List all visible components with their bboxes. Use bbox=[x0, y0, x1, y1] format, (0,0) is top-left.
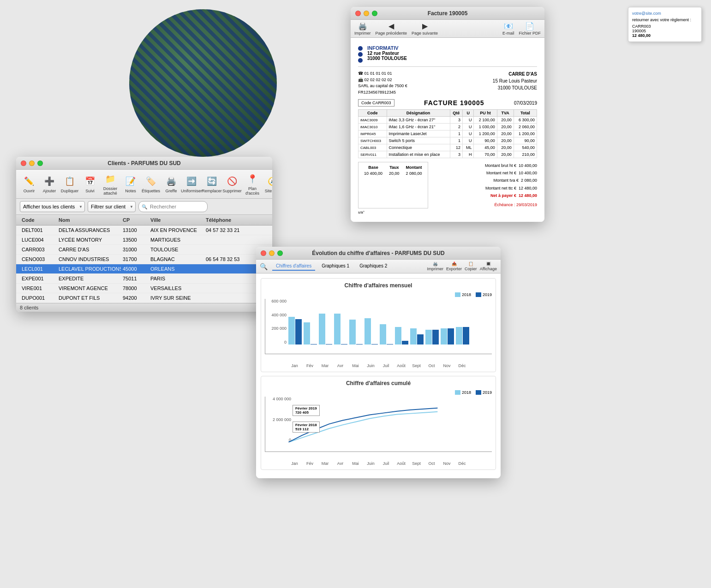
maximize-button[interactable] bbox=[37, 160, 43, 166]
cell-code: EXPE001 bbox=[20, 275, 57, 282]
inv-tool-prev[interactable]: ◀ Page précédente bbox=[376, 22, 407, 36]
bar-2019 bbox=[463, 327, 469, 344]
inv-code: CABL003 bbox=[358, 144, 387, 151]
toolbar-plan-acces[interactable]: 📍 Plan d'accès bbox=[244, 172, 261, 196]
chart-tool-copy[interactable]: 📋 Copier bbox=[465, 261, 477, 271]
bar-chart-panel: Chiffre d'affaires mensuel 2018 2019 0 2… bbox=[261, 278, 496, 372]
col-code[interactable]: Code bbox=[20, 216, 57, 224]
table-row[interactable]: EXPE001 EXPEDITE 75011 PARIS bbox=[16, 274, 272, 284]
toolbar-ajouter[interactable]: ➕ Ajouter bbox=[41, 175, 58, 193]
table-row[interactable]: CENO003 CNNOV INDUSTRIES 31700 BLAGNAC 0… bbox=[16, 255, 272, 264]
cell-ville: TOULOUSE bbox=[149, 246, 204, 253]
toolbar-dossier[interactable]: 📁 Dossier attaché bbox=[102, 172, 119, 196]
tab-chiffres[interactable]: Chiffres d'affaires bbox=[272, 262, 315, 271]
chart-tool-affichage[interactable]: 🔳 Affichage bbox=[480, 261, 497, 271]
tab-graphiques2[interactable]: Graphiques 2 bbox=[356, 262, 391, 271]
bar-2018 bbox=[425, 330, 432, 344]
inv-tool-email[interactable]: 📧 E-mail bbox=[502, 22, 514, 36]
x-label: Mar bbox=[318, 363, 332, 368]
display-filter-wrap: Afficher tous les clients bbox=[20, 201, 85, 212]
client-filter-wrap: Filtrer sur client bbox=[88, 201, 136, 212]
toolbar-greffe[interactable]: 🖨️ Greffe bbox=[163, 175, 179, 193]
chart-copy-icon: 📋 bbox=[468, 261, 473, 266]
table-row[interactable]: DUPO001 DUPONT ET FILS 94200 IVRY SUR SE… bbox=[16, 293, 272, 303]
toolbar-suivi[interactable]: 📅 Suivi bbox=[82, 175, 98, 193]
inv-pu-ht: 1 200,00 bbox=[474, 131, 497, 137]
toolbar-dupliquer[interactable]: 📋 Dupliquer bbox=[61, 175, 78, 193]
inv-designation: iMac 1,6 GHz - écran 21" bbox=[387, 124, 450, 131]
tab-graphiques1[interactable]: Graphiques 1 bbox=[318, 262, 353, 271]
search-input[interactable] bbox=[138, 201, 208, 212]
inv-unit: H bbox=[462, 151, 474, 158]
chart-tool-export[interactable]: 📤 Exporter bbox=[446, 261, 462, 271]
company-addr2: 31000 TOULOUSE bbox=[367, 56, 407, 61]
invoice-close-button[interactable] bbox=[355, 11, 361, 16]
customer-addr1: 15 Rue Louis Pasteur bbox=[493, 77, 537, 84]
table-row[interactable]: CARR003 CARRE D'AS 31000 TOULOUSE bbox=[16, 245, 272, 255]
display-filter[interactable]: Afficher tous les clients bbox=[20, 201, 85, 212]
inv-designation: Connectique bbox=[387, 144, 450, 151]
cell-nom: CARRE D'AS bbox=[57, 246, 121, 253]
toolbar-etiquettes[interactable]: 🏷️ Étiquettes bbox=[143, 175, 159, 193]
cell-nom: VIREMONT AGENCE bbox=[57, 285, 121, 292]
chart-print-icon: 🖨️ bbox=[433, 261, 438, 266]
cell-cp: 45000 bbox=[121, 265, 149, 273]
client-filter[interactable]: Filtrer sur client bbox=[88, 201, 136, 212]
chart-close-button[interactable] bbox=[261, 250, 266, 256]
chart-minimize-button[interactable] bbox=[269, 250, 275, 256]
line-chart-panel: Chiffre d'affaires cumulé 2018 2019 0 2 … bbox=[261, 376, 496, 470]
table-row[interactable]: DELT001 DELTA ASSURANCES 13100 AIX EN PR… bbox=[16, 226, 272, 235]
inv-tool-next[interactable]: ▶ Page suivante bbox=[412, 22, 438, 36]
status-bar: 8 clients bbox=[16, 303, 272, 312]
invoice-date: 07/03/2019 bbox=[514, 101, 537, 106]
col-nom[interactable]: Nom bbox=[57, 216, 121, 224]
bar-group bbox=[380, 324, 393, 344]
col-cp[interactable]: CP bbox=[121, 216, 149, 224]
invoice-window: Facture 190005 🖨️ Imprimer ◀ Page précéd… bbox=[351, 7, 544, 222]
invoice-titlebar: Facture 190005 bbox=[351, 7, 544, 20]
chart-tool-print[interactable]: 🖨️ Imprimer bbox=[427, 261, 444, 271]
bar-group bbox=[441, 328, 454, 344]
bar-2018 bbox=[410, 328, 417, 344]
inv-designation: Switch 5 ports bbox=[387, 137, 450, 144]
col-telephone[interactable]: Téléphone bbox=[204, 216, 269, 224]
search-icon: 🔍 bbox=[260, 263, 268, 270]
inv-qte: 3 bbox=[450, 151, 462, 158]
inv-tool-print[interactable]: 🖨️ Imprimer bbox=[354, 22, 371, 36]
prev-icon: ◀ bbox=[388, 22, 394, 30]
inv-total: 90,00 bbox=[514, 137, 537, 144]
toolbar-site-web[interactable]: 🧭 Site web bbox=[264, 175, 272, 193]
tva-montant: 2 080,00 bbox=[403, 171, 425, 176]
chart-maximize-button[interactable] bbox=[277, 250, 283, 256]
inv-code: SERV011 bbox=[358, 151, 387, 158]
toolbar-ouvrir[interactable]: ✏️ Ouvrir bbox=[21, 175, 37, 193]
minimize-button[interactable] bbox=[29, 160, 35, 166]
table-row[interactable]: LUCE004 LYCÉE MONTORY 13500 MARTIGUES bbox=[16, 235, 272, 245]
invoice-minimize-button[interactable] bbox=[364, 11, 369, 16]
clients-window-buttons bbox=[21, 160, 43, 166]
close-button[interactable] bbox=[21, 160, 26, 166]
toolbar-remplacer[interactable]: 🔄 Remplacer bbox=[203, 175, 220, 193]
inv-unit: U bbox=[462, 137, 474, 144]
table-row[interactable]: VIRE001 VIREMONT AGENCE 78000 VERSAILLES bbox=[16, 284, 272, 293]
legend-2019: 2019 bbox=[476, 292, 492, 297]
table-row[interactable]: LECL001 LECLAVEL PRODUCTIONS 45000 ORLEA… bbox=[16, 264, 272, 274]
invoice-maximize-button[interactable] bbox=[372, 11, 377, 16]
line-chart: 0 2 000 000 4 000 000 Février 2019 720 4… bbox=[265, 397, 492, 452]
inv-tool-pdf[interactable]: 📄 Fichier PDF bbox=[519, 22, 541, 36]
line-x-label: Mai bbox=[349, 461, 362, 466]
toolbar-notes[interactable]: 📝 Notes bbox=[122, 175, 139, 193]
inv-unit: U bbox=[462, 131, 474, 137]
toolbar-uniformiser[interactable]: ➡️ Uniformiser bbox=[183, 175, 200, 193]
tva-base: 10 400,00 bbox=[361, 171, 385, 176]
line-chart-container: 0 2 000 000 4 000 000 Février 2019 720 4… bbox=[265, 397, 492, 461]
line-chart-x-labels: JanFévMarAvrMaiJuinJuilAoûtSeptOctNovDéc bbox=[265, 461, 492, 466]
col-ville[interactable]: Ville bbox=[149, 216, 204, 224]
line-x-label: Sept bbox=[410, 461, 423, 466]
company-capital: SARL au capital de 7500 € bbox=[358, 83, 407, 89]
th-tva: TVA bbox=[497, 110, 514, 117]
echeance: Échéance : 29/03/2019 bbox=[485, 201, 537, 208]
invoice-code: Code CARR003 bbox=[358, 99, 394, 107]
toolbar-supprimer[interactable]: 🚫 Supprimer bbox=[224, 175, 240, 193]
inv-total: 6 300,00 bbox=[514, 117, 537, 124]
